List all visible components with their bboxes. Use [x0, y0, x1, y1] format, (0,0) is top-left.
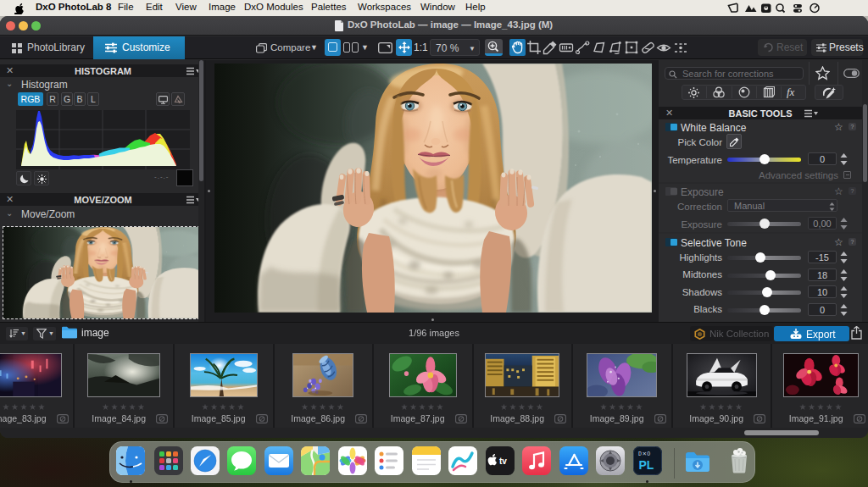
svg-text:PL: PL — [638, 458, 654, 472]
svg-text:tv: tv — [499, 457, 507, 466]
svg-text:D✕O: D✕O — [638, 451, 651, 457]
